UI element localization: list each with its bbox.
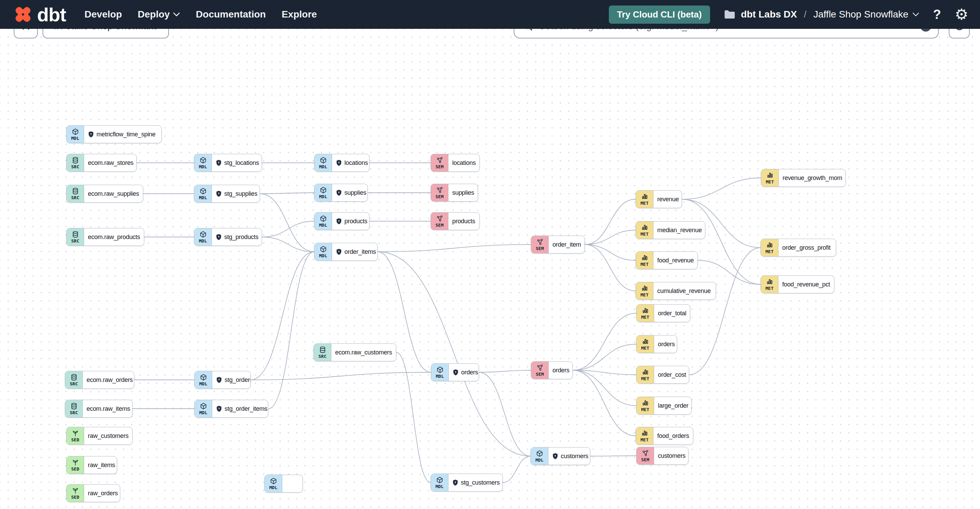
node-body: orders (449, 364, 479, 381)
node-mdl_partial[interactable]: MDL (264, 475, 303, 493)
edge-mdl_stg_order_items-to-mdl_order_items (268, 252, 314, 409)
node-label: orders (461, 369, 478, 376)
node-src_raw_products[interactable]: SRCecom.raw_products (66, 228, 144, 246)
node-body: cumulative_revenue (654, 282, 714, 299)
nav-item-documentation[interactable]: Documentation (196, 9, 266, 20)
metric-bars-icon: MET (636, 305, 654, 322)
node-mdl_order_items[interactable]: MDLorder_items (314, 243, 378, 261)
node-body: ecom.raw_supplies (84, 185, 143, 202)
node-src_raw_customers[interactable]: SRCecom.raw_customers (313, 344, 396, 361)
model-cube-icon: MDL (431, 474, 449, 491)
node-met_food_orders[interactable]: METfood_orders (636, 427, 693, 445)
node-sed_raw_items[interactable]: SEDraw_items (66, 456, 117, 474)
node-mdl_metricflow_time_spine[interactable]: MDLmetricflow_time_spine (66, 126, 162, 143)
folder-icon (724, 10, 735, 19)
help-icon[interactable]: ? (933, 7, 941, 22)
nav-item-deploy[interactable]: Deploy (138, 9, 180, 20)
node-mdl_stg_supplies[interactable]: MDLstg_supplies (194, 185, 260, 203)
edge-mdl_stg_supplies-to-mdl_supplies (260, 192, 314, 194)
node-met_order_gross_profit[interactable]: METorder_gross_profit (760, 239, 836, 256)
edge-sem_orders-to-met_food_orders (573, 370, 636, 436)
node-mdl_stg_products[interactable]: MDLstg_products (194, 228, 262, 246)
node-body: supplies (449, 184, 478, 201)
node-sed_raw_customers[interactable]: SEDraw_customers (66, 427, 132, 445)
edge-sem_order_item-to-met_cumulative_revenue (585, 245, 636, 291)
node-met_order_total[interactable]: METorder_total (636, 304, 690, 322)
model-cube-icon: MDL (194, 154, 212, 172)
node-body: food_orders (654, 427, 693, 444)
node-type-badge: MDL (319, 223, 327, 228)
node-body: revenue (654, 191, 682, 208)
node-src_raw_items[interactable]: SRCecom.raw_items (65, 400, 132, 418)
node-body: large_order (654, 397, 691, 414)
protected-shield-icon (453, 369, 459, 376)
chevron-down-icon (912, 13, 919, 16)
node-sem_orders[interactable]: SEMorders (531, 361, 573, 379)
node-type-badge: MET (641, 376, 649, 381)
node-sem_products[interactable]: SEMproducts (431, 212, 480, 230)
gear-icon[interactable]: ⚙ (955, 7, 968, 22)
node-met_revenue_growth_mom[interactable]: METrevenue_growth_mom (761, 169, 846, 187)
node-label: order_cost (658, 371, 686, 379)
node-sem_customers[interactable]: SEMcustomers (636, 447, 689, 465)
node-body: stg_orders (212, 371, 250, 388)
node-src_raw_supplies[interactable]: SRCecom.raw_supplies (66, 185, 143, 203)
semantic-model-icon: SEM (431, 154, 449, 172)
node-met_median_revenue[interactable]: METmedian_revenue (636, 221, 705, 239)
node-body: raw_items (84, 457, 117, 474)
node-mdl_stg_order_items[interactable]: MDLstg_order_items (194, 400, 268, 418)
node-src_raw_stores[interactable]: SRCecom.raw_stores (66, 154, 137, 172)
node-mdl_products[interactable]: MDLproducts (314, 212, 369, 230)
model-cube-icon: MDL (531, 447, 548, 465)
node-label: products (344, 218, 368, 225)
node-met_revenue[interactable]: METrevenue (636, 190, 682, 208)
node-type-badge: SRC (71, 239, 79, 243)
node-body: metricflow_time_spine (84, 126, 159, 143)
node-met_food_revenue_pct[interactable]: METfood_revenue_pct (760, 275, 834, 293)
edge-met_order_cost-to-met_order_gross_profit (689, 248, 760, 375)
nav-item-explore[interactable]: Explore (282, 9, 317, 20)
protected-shield-icon (216, 234, 222, 240)
node-sem_supplies[interactable]: SEMsupplies (431, 184, 478, 202)
node-met_cumulative_revenue[interactable]: METcumulative_revenue (636, 282, 716, 300)
node-sem_locations[interactable]: SEMlocations (431, 154, 480, 172)
node-met_food_revenue[interactable]: METfood_revenue (636, 251, 698, 269)
node-sed_raw_orders[interactable]: SEDraw_orders (66, 484, 120, 502)
semantic-model-icon: SEM (531, 236, 549, 253)
seed-sprout-icon: SED (67, 427, 84, 444)
node-src_raw_orders[interactable]: SRCecom.raw_orders (65, 371, 134, 389)
edge-mdl_orders-to-mdl_customers (479, 372, 531, 456)
node-type-badge: MDL (269, 485, 277, 490)
node-label: stg_supplies (224, 190, 257, 197)
account-separator: / (804, 9, 807, 20)
node-mdl_stg_orders[interactable]: MDLstg_orders (194, 371, 251, 389)
model-cube-icon: MDL (265, 475, 282, 492)
node-mdl_stg_locations[interactable]: MDLstg_locations (194, 154, 262, 172)
node-mdl_stg_customers[interactable]: MDLstg_customers (431, 474, 503, 492)
edge-src_raw_customers-to-mdl_stg_customers (396, 352, 431, 482)
nav-item-develop[interactable]: Develop (84, 9, 122, 20)
lineage-canvas[interactable]: MDLmetricflow_time_spineSRCecom.raw_stor… (0, 29, 980, 509)
try-cloud-cli-button[interactable]: Try Cloud CLI (beta) (609, 5, 710, 24)
node-met_orders[interactable]: METorders (636, 335, 677, 353)
node-label: locations (344, 159, 368, 167)
source-database-icon: SRC (67, 154, 84, 172)
node-mdl_locations[interactable]: MDLlocations (314, 154, 369, 172)
node-mdl_customers[interactable]: MDLcustomers (531, 447, 590, 465)
node-mdl_supplies[interactable]: MDLsupplies (314, 184, 368, 202)
edge-mdl_stg_supplies-to-mdl_order_items (260, 194, 314, 252)
account-project-switcher[interactable]: dbt Labs DX / Jaffle Shop Snowflake (724, 9, 920, 20)
node-sem_order_item[interactable]: SEMorder_item (531, 235, 585, 253)
protected-shield-icon (336, 248, 342, 255)
node-met_order_cost[interactable]: METorder_cost (636, 366, 689, 383)
protected-shield-icon (336, 159, 342, 166)
node-met_large_order[interactable]: METlarge_order (636, 397, 692, 415)
node-body: order_total (654, 305, 690, 322)
node-label: stg_orders (224, 377, 250, 383)
semantic-model-icon: SEM (531, 362, 549, 379)
project-name[interactable]: Jaffle Shop Snowflake (813, 9, 920, 20)
node-body: food_revenue (654, 252, 697, 269)
node-mdl_orders[interactable]: MDLorders (431, 363, 479, 381)
node-type-badge: MDL (319, 194, 327, 199)
dbt-logo[interactable]: dbt (14, 3, 66, 26)
